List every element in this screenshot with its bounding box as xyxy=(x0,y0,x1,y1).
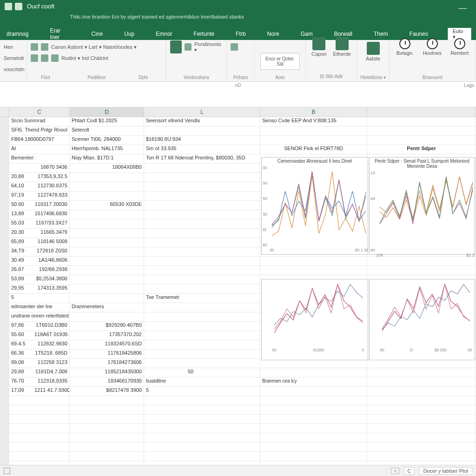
table-row[interactable]: 118A6T 01935 xyxy=(33,331,70,340)
enlarge-button[interactable]: Enor er Qoter. Säl xyxy=(260,53,300,70)
tab-faunes[interactable]: Faunes xyxy=(408,30,430,38)
cell-C4[interactable]: AI xyxy=(9,145,70,154)
table-row[interactable] xyxy=(70,182,144,191)
aatste-button[interactable]: Aatste xyxy=(361,42,385,61)
window-minimize-icon[interactable] xyxy=(458,8,467,9)
table-row[interactable]: 112730.8375 xyxy=(33,182,70,191)
table-row[interactable]: 30.49 xyxy=(9,257,33,265)
table-row[interactable]: 117618425806 xyxy=(70,350,144,358)
cell-L1[interactable]: Seensort vitrend Vendls xyxy=(144,117,260,126)
hoolnes-button[interactable]: Hoolnes xyxy=(421,38,443,56)
table-row[interactable]: 11665.3479 xyxy=(33,229,70,238)
table-row[interactable]: 64,10 xyxy=(9,182,33,191)
table-row[interactable] xyxy=(70,229,144,238)
capon-button[interactable]: Capon xyxy=(310,37,328,57)
table-row[interactable]: 20.30 xyxy=(9,229,33,238)
tab-erariner[interactable]: Erar Iner xyxy=(48,26,72,41)
table-row[interactable]: $929280.407B0 xyxy=(70,322,144,331)
table-row[interactable] xyxy=(70,192,144,200)
table-row[interactable]: $5;2534.3800 xyxy=(33,275,70,284)
cell-P4[interactable]: Pentr Sdper xyxy=(367,145,476,154)
ribbon-rodint[interactable]: Rodint ▾ Ind Chätrint xyxy=(61,55,108,61)
table-row[interactable]: 176184273606 xyxy=(70,359,144,368)
table-row[interactable]: 112318,9335 xyxy=(33,377,70,386)
cell-L5[interactable]: Ton R 1T 68 Nderoat Prentiny, $80030, 35… xyxy=(144,154,260,163)
table-row[interactable]: 118324570.6SD xyxy=(70,340,144,349)
col-L[interactable]: L xyxy=(144,107,260,117)
grid-body[interactable]: Srcio SunroradPhtart Codl $1.2025Seensor… xyxy=(0,117,476,443)
table-row[interactable] xyxy=(144,340,260,349)
funnel-icon[interactable] xyxy=(231,43,238,51)
table-row[interactable]: 5 xyxy=(144,387,260,396)
table-row[interactable]: liustdline xyxy=(144,377,260,386)
table-row[interactable]: 55.03 xyxy=(9,219,33,228)
table-row[interactable] xyxy=(9,164,33,172)
table-row[interactable] xyxy=(70,238,144,247)
cell-C5[interactable]: Bementer: xyxy=(9,154,70,163)
table-row[interactable]: 97,86 xyxy=(9,322,33,331)
cell-C3[interactable]: FB64.18000D0797 xyxy=(9,136,70,145)
cell-D5[interactable]: Niay Mlan. $17D:1 xyxy=(70,154,144,163)
align-icon[interactable] xyxy=(31,43,38,51)
table-row[interactable] xyxy=(70,284,144,293)
table-row[interactable]: 16870 3436 xyxy=(33,164,70,172)
table-row[interactable] xyxy=(70,247,144,256)
cell-C2[interactable]: SFt5. Thend Pnlgr Rnool xyxy=(9,126,70,135)
table-row[interactable]: 1T5218..685D xyxy=(33,350,70,358)
cell-C21[interactable]: edmsenter der lne xyxy=(9,303,70,312)
table-row[interactable]: 174313.3595 xyxy=(33,284,70,293)
bvtagn-button[interactable]: Bvtagn. xyxy=(395,38,416,56)
table-row[interactable] xyxy=(144,331,260,340)
table-row[interactable]: 1167/33.3X27 xyxy=(33,219,70,228)
table-row[interactable]: 66.36 xyxy=(9,350,33,358)
table-row[interactable]: 1517496.6830 xyxy=(33,210,70,219)
table-row[interactable]: 183468170930 xyxy=(70,377,144,386)
ribbon-canon[interactable]: Canon Astiont ▾ Lart ▾ Natort/oodes ▾ xyxy=(51,44,137,50)
mini-icon[interactable] xyxy=(185,43,192,51)
tab-emnor[interactable]: Emnor xyxy=(154,30,174,38)
table-row[interactable]: 112832.9830 xyxy=(33,340,70,349)
table-row[interactable]: 1A1/46,8606 xyxy=(33,257,70,265)
cell-L20[interactable]: Toe Tramemet: xyxy=(144,294,260,303)
table-row[interactable]: 17357370.202 xyxy=(70,331,144,340)
table-row[interactable]: 60530 X03DE xyxy=(70,201,144,210)
tab-fertunte[interactable]: Fertunte xyxy=(192,30,217,38)
tab-dramnog[interactable]: dramnog xyxy=(5,30,30,38)
table-row[interactable]: 89.08 xyxy=(9,359,33,368)
table-row[interactable]: 55.60 xyxy=(9,331,33,340)
ribbon-pondimonts[interactable]: Pondimonts ▾ xyxy=(194,41,223,53)
chart-top-right[interactable]: Pentr Sdper · Senat Past L Sumport Melor… xyxy=(369,157,475,255)
table-row[interactable]: 17353,9,32.5 xyxy=(33,173,70,182)
table-row[interactable]: 26.87 xyxy=(9,266,33,275)
table-row[interactable]: 18064X08B0 xyxy=(70,164,144,172)
table-row[interactable]: 116317 20030 xyxy=(33,201,70,210)
table-row[interactable] xyxy=(70,257,144,265)
align2-icon[interactable] xyxy=(41,43,48,51)
tab-ftrb[interactable]: Ftrb xyxy=(234,30,247,38)
cell-block2-lead[interactable]: 5 xyxy=(9,294,70,303)
table-row[interactable]: 29,95 xyxy=(9,284,33,293)
table-row[interactable]: 69.4.5 xyxy=(9,340,33,349)
tab-uup[interactable]: Uup xyxy=(122,30,136,38)
cell-D2[interactable]: Seterolt xyxy=(70,126,144,135)
table-row[interactable] xyxy=(70,173,144,182)
cell-C1[interactable]: Srcio Sunrorad xyxy=(9,117,70,126)
cell-D4[interactable]: Hterrhpomb. NAL1735 xyxy=(70,145,144,154)
table-row[interactable]: 29,88 xyxy=(9,368,33,377)
table-row[interactable]: 65,89 xyxy=(9,238,33,247)
table-row[interactable]: 1181D4,7.008 xyxy=(33,368,70,377)
cell-D21[interactable]: Dranmeneters xyxy=(70,303,144,312)
cell-C22[interactable]: undrane onren relerttsted xyxy=(9,312,70,321)
table-row[interactable]: 53,89 xyxy=(9,275,33,284)
table-row[interactable]: 20,88 xyxy=(9,173,33,182)
table-row[interactable]: 1127478.833 xyxy=(33,192,70,200)
ribbon-left-voocrtstn[interactable]: voocrtstn xyxy=(4,66,25,72)
table-row[interactable]: 50 xyxy=(144,368,260,377)
cell-D3[interactable]: Scemer Tt06, 284000 xyxy=(70,136,144,145)
table-row[interactable]: 13,88 xyxy=(9,210,33,219)
scroll-left-icon[interactable]: ‹ xyxy=(391,468,399,474)
col-D[interactable]: D xyxy=(70,107,144,117)
cell-B1[interactable]: Senso Cvde EEP And V:808:135 xyxy=(260,117,367,126)
tab-them[interactable]: Them xyxy=(372,30,390,38)
chart-top-left[interactable]: Cemenseater Ahneraust Ii beu Dinel 00005… xyxy=(261,157,368,255)
